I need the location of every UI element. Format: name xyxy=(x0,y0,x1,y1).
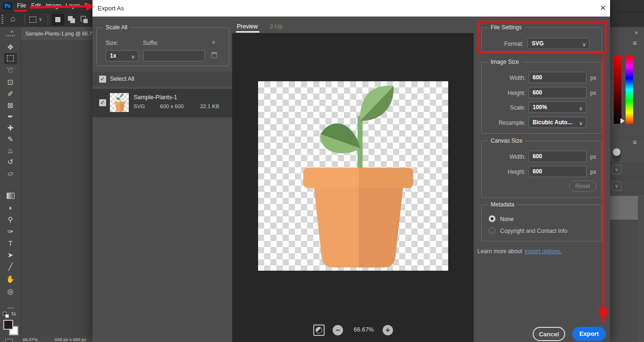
type-tool[interactable]: T xyxy=(4,238,17,249)
healing-brush-tool[interactable]: ✚ xyxy=(4,122,17,134)
image-height-label: Height: xyxy=(445,90,526,96)
export-button[interactable]: Export xyxy=(572,327,606,341)
asset-checkbox[interactable]: ✓ xyxy=(99,99,106,106)
asset-list-item[interactable]: ✓ Sample-Plants-1 SVG 600 x 600 32.1 KB xyxy=(92,89,232,117)
image-width-unit: px xyxy=(590,75,596,81)
eyedropper-tool[interactable]: ✒ xyxy=(4,111,17,122)
document-tab[interactable]: Sample-Plants-1.png @ 66.7 xyxy=(21,27,92,40)
chevron-down-icon[interactable]: ∨ xyxy=(612,165,621,174)
canvas-area xyxy=(21,40,92,337)
select-all-checkbox[interactable]: ✓ xyxy=(99,76,106,83)
metadata-copyright-radio[interactable] xyxy=(489,227,495,234)
frame-tool[interactable]: ⊠ xyxy=(4,100,17,111)
color-picker-gradient[interactable] xyxy=(614,56,621,124)
dialog-close-icon[interactable]: ✕ xyxy=(598,4,608,12)
canvas-width-unit: px xyxy=(590,154,596,160)
annotation-arrow-head-right xyxy=(86,2,93,11)
new-selection-icon xyxy=(55,17,60,22)
photoshop-logo: Ps xyxy=(3,2,12,10)
line-tool[interactable]: ╱ xyxy=(4,261,17,273)
active-tab-underline xyxy=(236,31,259,33)
asset-name: Sample-Plants-1 xyxy=(134,94,177,101)
resample-select[interactable]: Bicubic Auto... ∨ xyxy=(528,117,586,128)
brush-tool[interactable]: ✎ xyxy=(4,134,17,145)
move-tool[interactable]: ✥ xyxy=(4,42,17,53)
collapse-panel-icon[interactable]: » xyxy=(10,28,13,34)
object-selection-tool[interactable]: ⊡ xyxy=(4,77,17,88)
metadata-none-radio[interactable] xyxy=(489,215,495,222)
reset-button[interactable]: Reset xyxy=(569,180,596,192)
foreground-color-swatch[interactable] xyxy=(3,320,13,330)
canvas-height-input[interactable]: 600 xyxy=(528,166,586,177)
eraser-tool[interactable]: ▱ xyxy=(4,168,17,179)
asset-thumbnail xyxy=(110,93,129,112)
canvas-width-input[interactable]: 600 xyxy=(528,151,586,162)
divider xyxy=(48,14,48,25)
quick-mask-icon[interactable] xyxy=(5,339,13,342)
menu-file[interactable]: File xyxy=(17,2,26,9)
tab-preview[interactable]: Preview xyxy=(237,23,258,30)
add-scale-icon[interactable]: + xyxy=(211,38,216,47)
divider xyxy=(25,14,25,25)
asset-format: SVG xyxy=(134,103,145,109)
pen-tool[interactable]: ✑ xyxy=(4,226,17,237)
transparency-toggle-icon[interactable] xyxy=(313,325,325,336)
learn-more-text: Learn more about xyxy=(477,248,522,255)
cancel-button[interactable]: Cancel xyxy=(533,327,565,341)
size-select[interactable]: 1x ∨ xyxy=(106,50,139,61)
status-document-size: 600 px x 600 px xyxy=(55,337,86,342)
collapse-panels-icon[interactable]: » xyxy=(635,29,638,36)
panel-menu-icon[interactable]: ≡ xyxy=(633,138,637,146)
preview-zoom-level[interactable]: 66.67% xyxy=(349,326,379,333)
canvas-height-label: Height: xyxy=(445,169,526,175)
chevron-down-icon: ∨ xyxy=(131,51,135,62)
suffix-input[interactable] xyxy=(143,50,205,61)
rectangular-marquee-tool[interactable] xyxy=(4,53,17,64)
path-selection-tool[interactable]: ➤ xyxy=(4,249,17,261)
image-height-input[interactable]: 600 xyxy=(528,87,586,98)
chevron-down-icon[interactable]: ∨ xyxy=(612,181,621,191)
status-zoom-level[interactable]: 66.67% xyxy=(23,337,38,342)
image-width-input[interactable]: 600 xyxy=(528,72,586,83)
quick-selection-tool[interactable]: ✐ xyxy=(4,88,17,100)
panel-menu-icon[interactable]: ≡ xyxy=(633,39,637,47)
hue-slider-strip[interactable] xyxy=(626,56,633,124)
swap-colors-icon[interactable]: ⇆ xyxy=(11,310,16,317)
clone-stamp-tool[interactable]: ♨ xyxy=(4,145,17,156)
select-all-row[interactable]: ✓ Select All xyxy=(92,72,232,86)
dodge-tool[interactable]: ⚲ xyxy=(4,214,17,225)
annotation-file-underline xyxy=(14,10,27,12)
home-icon[interactable]: ⌂ xyxy=(10,14,15,24)
plant-thumbnail-graphic xyxy=(110,93,129,112)
preview-image[interactable] xyxy=(258,81,448,271)
add-to-selection-mode-button[interactable] xyxy=(66,14,78,26)
annotation-file-settings-box xyxy=(477,21,607,54)
gradient-tool[interactable] xyxy=(4,190,17,202)
hand-tool[interactable]: ✋ xyxy=(4,274,17,285)
zoom-out-button[interactable]: − xyxy=(333,325,343,335)
tool-preset-marquee-icon[interactable] xyxy=(29,17,36,23)
zoom-tool[interactable]: ◎ xyxy=(4,286,17,297)
subtract-from-selection-mode-button[interactable] xyxy=(78,14,91,26)
document-tab-strip: Sample-Plants-1.png @ 66.7 xyxy=(21,27,92,40)
lasso-tool[interactable]: ➰ xyxy=(4,65,17,76)
resample-label: Resample: xyxy=(445,120,526,126)
delete-scale-icon[interactable] xyxy=(211,52,217,58)
history-brush-tool[interactable]: ↺ xyxy=(4,156,17,168)
zoom-in-button[interactable]: + xyxy=(383,325,393,335)
export-options-link[interactable]: export options. xyxy=(525,248,562,255)
panel-body xyxy=(610,220,638,342)
blur-tool[interactable]: ◗ xyxy=(4,202,17,214)
select-all-label: Select All xyxy=(110,76,134,82)
scale-select[interactable]: 100% ∨ xyxy=(528,102,586,113)
scale-label: Scale: xyxy=(445,104,526,111)
tab-2up[interactable]: 2-Up xyxy=(270,23,283,30)
panel-dropdown-row: ∨ xyxy=(610,178,644,194)
layer-thumbnail-highlight[interactable] xyxy=(610,196,638,220)
toggle-knob[interactable] xyxy=(613,148,620,156)
hue-slider-handle[interactable] xyxy=(620,118,625,124)
chevron-down-icon[interactable]: ∨ xyxy=(39,17,42,22)
chevron-down-icon: ∨ xyxy=(579,103,583,113)
chevron-down-icon: ∨ xyxy=(579,118,583,128)
new-selection-mode-button[interactable] xyxy=(52,14,64,26)
